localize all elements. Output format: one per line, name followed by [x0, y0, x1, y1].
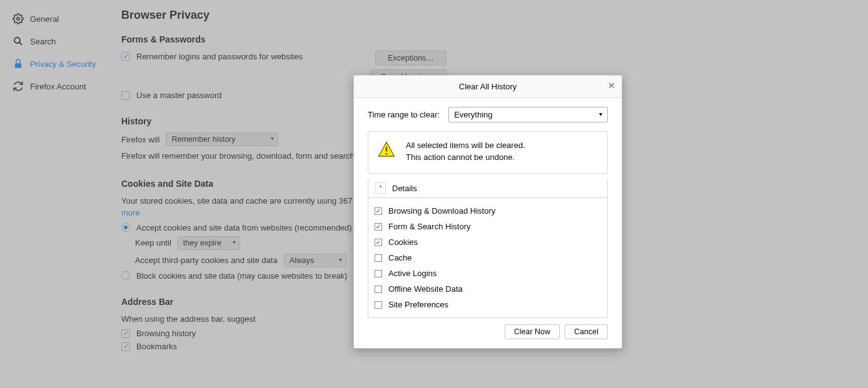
warning-box: All selected items will be cleared. This… [368, 131, 608, 174]
cancel-button[interactable]: Cancel [565, 324, 608, 339]
svg-rect-5 [386, 153, 388, 155]
details-toggle[interactable]: ˄ Details [368, 179, 608, 198]
warning-icon [377, 141, 396, 161]
history-item-checkbox[interactable] [375, 207, 382, 215]
history-item-label: Browsing & Download History [388, 206, 495, 216]
history-item-checkbox[interactable] [375, 286, 382, 293]
time-range-label: Time range to clear: [368, 110, 440, 119]
history-item-checkbox[interactable] [375, 270, 382, 277]
history-item-checkbox[interactable] [375, 239, 382, 246]
details-list: Browsing & Download History Form & Searc… [368, 198, 608, 318]
history-item-label: Site Preferences [388, 300, 448, 309]
close-icon[interactable]: ✕ [608, 81, 615, 91]
warning-text: All selected items will be cleared. This… [406, 141, 525, 164]
history-item-label: Form & Search History [388, 222, 470, 231]
history-item-checkbox[interactable] [375, 254, 382, 262]
clear-now-button[interactable]: Clear Now [505, 324, 560, 339]
history-item-checkbox[interactable] [375, 223, 382, 231]
time-range-select[interactable]: Everything [448, 107, 608, 122]
dialog-title: Clear All History [459, 82, 517, 91]
history-item-label: Cookies [388, 237, 418, 247]
details-label: Details [392, 184, 417, 193]
clear-history-dialog: Clear All History ✕ Time range to clear:… [353, 75, 622, 349]
history-item-label: Active Logins [388, 269, 437, 278]
history-item-label: Cache [388, 253, 412, 262]
history-item-label: Offline Website Data [388, 284, 463, 294]
chevron-up-icon: ˄ [375, 182, 386, 194]
dialog-header: Clear All History ✕ [354, 76, 622, 98]
svg-rect-4 [386, 147, 388, 152]
history-item-checkbox[interactable] [375, 301, 382, 309]
